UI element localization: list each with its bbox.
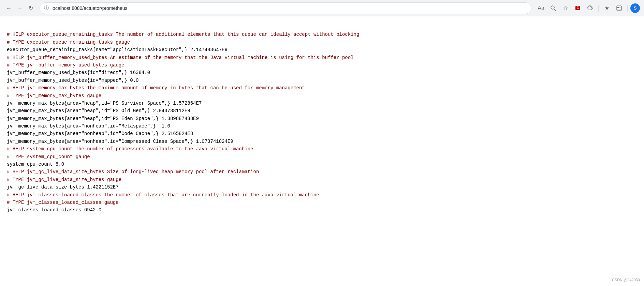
csdn-extension-button[interactable]: C [572, 3, 583, 14]
comment-line: # HELP jvm_memory_max_bytes The maximum … [7, 85, 305, 91]
data-line: system_cpu_count 8.0 [7, 162, 64, 167]
data-line: jvm_buffer_memory_used_bytes{id="direct"… [7, 70, 150, 75]
profile-button[interactable]: S [630, 3, 640, 13]
data-line: jvm_memory_max_bytes{area="nonheap",id="… [7, 131, 193, 136]
comment-line: # HELP jvm_gc_live_data_size_bytes Size … [7, 169, 259, 175]
data-line: jvm_gc_live_data_size_bytes 1.4221152E7 [7, 184, 119, 190]
zoom-button[interactable] [548, 3, 559, 14]
comment-line: # TYPE system_cpu_count gauge [7, 154, 90, 160]
comment-line: # HELP executor_queue_remaining_tasks Th… [7, 32, 359, 37]
comment-line: # HELP jvm_buffer_memory_used_bytes An e… [7, 55, 354, 60]
data-line: jvm_memory_max_bytes{area="heap",id="PS … [7, 116, 199, 121]
comment-line: # TYPE jvm_buffer_memory_used_bytes gaug… [7, 62, 124, 68]
favorites-button[interactable]: ★ [601, 3, 612, 14]
svg-rect-6 [617, 9, 621, 9]
divider-1 [598, 5, 599, 12]
page-content: # HELP executor_queue_remaining_tasks Th… [0, 16, 644, 221]
forward-button[interactable]: → [15, 3, 25, 13]
data-line: jvm_memory_max_bytes{area="nonheap",id="… [7, 139, 233, 144]
comment-line: # TYPE jvm_memory_max_bytes gauge [7, 93, 101, 99]
browser-chrome: ← → ↻ ⓘ Aa ☆ C ★ [0, 0, 644, 16]
svg-rect-3 [617, 7, 619, 8]
toolbar-icons: Aa ☆ C ★ S [536, 3, 640, 14]
data-line: jvm_buffer_memory_used_bytes{id="mapped"… [7, 78, 138, 83]
svg-line-1 [554, 9, 556, 11]
comment-line: # TYPE jvm_classes_loaded_classes gauge [7, 200, 119, 205]
comment-line: # TYPE executor_queue_remaining_tasks ga… [7, 40, 130, 45]
svg-point-0 [551, 6, 554, 9]
comment-line: # TYPE jvm_gc_live_data_size_bytes gauge [7, 177, 121, 182]
extensions-button[interactable] [585, 3, 596, 14]
nav-buttons: ← → ↻ [4, 3, 35, 13]
address-bar[interactable]: ⓘ [40, 2, 531, 14]
data-line: jvm_memory_max_bytes{area="heap",id="PS … [7, 101, 202, 106]
read-mode-button[interactable]: Aa [536, 3, 546, 14]
info-icon: ⓘ [44, 5, 49, 11]
data-line: jvm_classes_loaded_classes 6942.0 [7, 207, 101, 213]
comment-line: # HELP jvm_classes_loaded_classes The nu… [7, 192, 319, 198]
comment-line: # HELP system_cpu_count The number of pr… [7, 146, 253, 152]
reload-button[interactable]: ↻ [26, 3, 35, 13]
svg-rect-4 [619, 7, 621, 7]
tab-search-button[interactable] [614, 3, 625, 14]
data-line: jvm_memory_max_bytes{area="heap",id="PS … [7, 108, 190, 114]
data-line: executor_queue_remaining_tasks{name="app… [7, 47, 228, 52]
svg-rect-5 [619, 7, 620, 8]
data-line: jvm_memory_max_bytes{area="nonheap",id="… [7, 123, 170, 129]
bookmark-star-button[interactable]: ☆ [560, 3, 571, 14]
divider-2 [627, 5, 628, 12]
svg-rect-2 [617, 6, 621, 11]
back-button[interactable]: ← [4, 3, 14, 13]
url-input[interactable] [52, 5, 527, 11]
